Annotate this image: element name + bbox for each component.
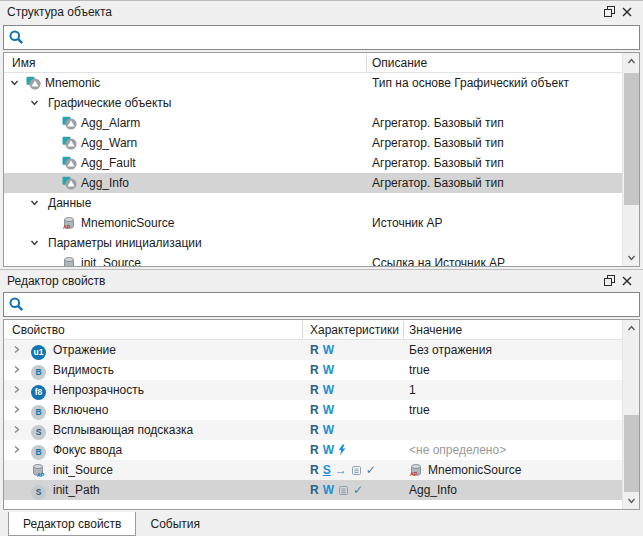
tree-row-Agg_Warn[interactable]: Agg_WarnАгрегатор. Базовый тип — [4, 133, 639, 153]
graphic-object-icon — [62, 116, 77, 130]
property-row-init_Path[interactable]: Sinit_PathRW✓Agg_Info — [4, 480, 639, 500]
type-badge-B-icon: B — [31, 442, 46, 462]
scrollbar-thumb[interactable] — [624, 415, 639, 495]
chevron-down-icon[interactable] — [30, 238, 39, 247]
chevron-right-icon[interactable] — [12, 405, 21, 414]
tree-row-Параметры инициализации[interactable]: Параметры инициализации — [4, 233, 639, 253]
tree-item-label: Agg_Fault — [81, 153, 136, 173]
property-characteristics: RW — [310, 340, 334, 360]
structure-search-input[interactable] — [29, 28, 635, 48]
property-row-Всплывающая подсказка[interactable]: SВсплывающая подсказкаRW — [4, 420, 639, 440]
chevron-right-icon[interactable] — [12, 425, 21, 434]
badge-glyph: S — [31, 425, 46, 440]
check-icon: ✓ — [353, 480, 363, 500]
column-header-description[interactable]: Описание — [372, 53, 427, 73]
property-row-Фокус ввода[interactable]: BФокус вводаRW<не определено> — [4, 440, 639, 460]
graphic-object-icon — [62, 156, 77, 170]
datasource-ref-icon: АР — [31, 463, 45, 477]
tree-row-Графические объекты[interactable]: Графические объекты — [4, 93, 639, 113]
char-write: W — [323, 380, 334, 400]
close-panel-button[interactable] — [618, 3, 636, 21]
chevron-down-icon[interactable] — [10, 78, 19, 87]
type-badge-f8-icon: f8 — [31, 382, 46, 402]
chevron-right-icon[interactable] — [12, 385, 21, 394]
tree-item-label: Agg_Alarm — [81, 113, 140, 133]
tree-item-label: Agg_Warn — [81, 133, 137, 153]
close-icon — [622, 276, 632, 286]
close-panel-button[interactable] — [618, 272, 636, 290]
column-header-property[interactable]: Свойство — [12, 320, 65, 340]
tree-item-label: MnemonicSource — [81, 213, 174, 233]
property-row-Включено[interactable]: BВключеноRWtrue — [4, 400, 639, 420]
bottom-tabbar: Редактор свойствСобытия — [0, 512, 643, 536]
char-write: W — [323, 400, 334, 420]
char-write: W — [323, 360, 334, 380]
tree-row-Agg_Alarm[interactable]: Agg_AlarmАгрегатор. Базовый тип — [4, 113, 639, 133]
check-icon: ✓ — [366, 460, 376, 480]
tree-row-Данные[interactable]: Данные — [4, 193, 639, 213]
structure-panel: Структура объекта Имя Описание — [0, 0, 643, 268]
tab-property-editor[interactable]: Редактор свойств — [8, 512, 136, 536]
property-name: Непрозрачность — [53, 380, 144, 400]
scroll-up-button[interactable] — [623, 320, 640, 337]
graphic-object-icon — [62, 176, 77, 190]
property-value: 1 — [409, 380, 416, 400]
tree-row-Mnemonic[interactable]: MnemonicТип на основе Графический объект — [4, 73, 639, 93]
column-resize-handle[interactable] — [366, 54, 367, 71]
svg-text:АР: АР — [410, 471, 418, 477]
close-icon — [622, 7, 632, 17]
scroll-up-button[interactable] — [623, 53, 640, 70]
property-value-text: MnemonicSource — [428, 463, 521, 477]
type-badge-S-icon: S — [31, 482, 46, 502]
column-resize-handle[interactable] — [302, 321, 303, 338]
column-header-name[interactable]: Имя — [12, 53, 35, 73]
structure-tree-header: Имя Описание — [4, 53, 639, 73]
column-resize-handle[interactable] — [403, 321, 404, 338]
property-name: init_Path — [53, 480, 100, 500]
scrollbar-thumb[interactable] — [624, 73, 639, 205]
char-read: R — [310, 340, 319, 360]
property-row-Видимость[interactable]: BВидимостьRWtrue — [4, 360, 639, 380]
property-characteristics: RW✓ — [310, 480, 363, 500]
tree-row-MnemonicSource[interactable]: АРMnemonicSourceИсточник АР — [4, 213, 639, 233]
tree-row-Agg_Info[interactable]: Agg_InfoАгрегатор. Базовый тип — [4, 173, 639, 193]
badge-glyph: f8 — [31, 385, 46, 400]
float-panel-button[interactable] — [600, 3, 618, 21]
properties-scrollbar[interactable] — [622, 320, 639, 509]
badge-glyph: B — [31, 445, 46, 460]
properties-panel-title: Редактор свойств — [7, 274, 600, 288]
scroll-down-button[interactable] — [623, 492, 640, 509]
chevron-right-icon[interactable] — [12, 365, 21, 374]
property-row-Непрозрачность[interactable]: f8НепрозрачностьRW1 — [4, 380, 639, 400]
properties-search-input[interactable] — [29, 295, 635, 315]
column-header-value[interactable]: Значение — [409, 320, 462, 340]
property-row-init_Source[interactable]: АРinit_SourceRS→✓АРMnemonicSource — [4, 460, 639, 480]
structure-scrollbar[interactable] — [622, 53, 639, 266]
char-set-once: S — [323, 460, 331, 480]
tree-item-label: init_Source — [81, 253, 141, 267]
scroll-down-button[interactable] — [623, 249, 640, 266]
search-icon — [8, 29, 25, 46]
list-binding-icon — [351, 465, 362, 476]
tree-item-label: Mnemonic — [45, 73, 100, 93]
column-header-characteristics[interactable]: Характеристики — [310, 320, 399, 340]
property-name: Видимость — [53, 360, 114, 380]
property-name: Включено — [53, 400, 108, 420]
char-write: W — [323, 340, 334, 360]
property-value: Agg_Info — [409, 480, 457, 500]
chevron-right-icon[interactable] — [12, 445, 21, 454]
tree-item-description: Агрегатор. Базовый тип — [372, 153, 504, 173]
chevron-down-icon[interactable] — [30, 98, 39, 107]
property-value: Без отражения — [409, 340, 492, 360]
property-row-Отражение[interactable]: u1ОтражениеRWБез отражения — [4, 340, 639, 360]
tree-row-Agg_Fault[interactable]: Agg_FaultАгрегатор. Базовый тип — [4, 153, 639, 173]
properties-table: Свойство Характеристики Значение u1Отраж… — [3, 319, 640, 510]
properties-titlebar: Редактор свойств — [0, 269, 643, 291]
tree-row-init_Source[interactable]: АРinit_SourceСсылка на Источник АР — [4, 253, 639, 267]
float-panel-button[interactable] — [600, 272, 618, 290]
tab-events[interactable]: События — [136, 512, 214, 536]
chevron-right-icon[interactable] — [12, 345, 21, 354]
property-characteristics: RW — [310, 420, 334, 440]
properties-search-box — [3, 292, 640, 317]
chevron-down-icon[interactable] — [30, 198, 39, 207]
